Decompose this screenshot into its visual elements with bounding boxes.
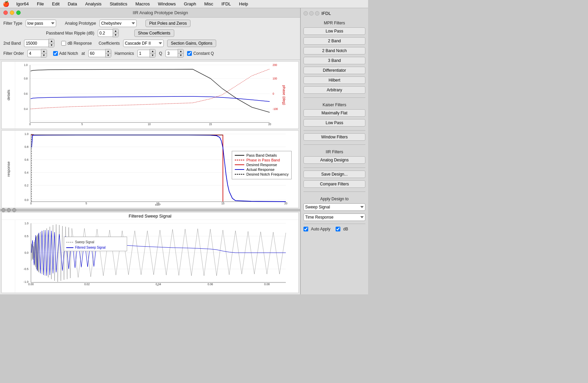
harmonics-down[interactable]: ▼ [150, 53, 155, 57]
mpr-hilbert-button[interactable]: Hilbert [303, 76, 365, 84]
notch-at-input[interactable] [88, 50, 105, 57]
right-panel: IFDL MPR Filters Low Pass 2 Band 2 Band … [300, 8, 368, 294]
rp-close[interactable] [303, 11, 308, 16]
q-up[interactable]: ▲ [178, 49, 183, 53]
filter-order-up[interactable]: ▲ [41, 49, 47, 53]
filter-type-label: Filter Type [3, 21, 22, 26]
filter-order-input[interactable] [27, 50, 41, 57]
svg-text:-0.5: -0.5 [24, 267, 29, 271]
maximize-button[interactable] [16, 10, 21, 15]
harmonics-input[interactable] [137, 50, 150, 57]
plot-poles-button[interactable]: Plot Poles and Zeros [145, 20, 190, 27]
sweep-signal-select[interactable]: Sweep Signal White Noise Impulse [303, 203, 365, 211]
filter-order-stepper[interactable]: ▲ ▼ [41, 49, 47, 58]
add-notch-label: Add Notch [59, 51, 78, 56]
menu-statistics[interactable]: Statistics [108, 1, 129, 7]
svg-text:15: 15 [221, 202, 224, 205]
q-input[interactable] [165, 50, 178, 57]
mpr-filters-label: MPR Filters [303, 21, 365, 25]
menu-windows[interactable]: Windows [157, 1, 177, 7]
passband-ripple-down[interactable]: ▼ [113, 33, 118, 37]
mpr-arbitrary-button[interactable]: Arbitrary [303, 86, 365, 94]
q-down[interactable]: ▼ [178, 53, 183, 57]
notch-at-down[interactable]: ▼ [106, 53, 111, 57]
svg-text:0.02: 0.02 [84, 283, 90, 286]
menu-macros[interactable]: Macros [134, 1, 151, 7]
coefficients-select[interactable]: Cascade DF II Cascade DF I Direct Form I… [123, 40, 164, 47]
menu-data[interactable]: Data [66, 1, 78, 7]
notch-at-label: at [82, 51, 85, 56]
harmonics-stepper[interactable]: ▲ ▼ [150, 49, 156, 58]
mpr-lowpass-button[interactable]: Low Pass [303, 27, 365, 35]
svg-text:5: 5 [81, 122, 83, 126]
apple-menu[interactable]: 🍎 [3, 1, 9, 7]
svg-text:0.06: 0.06 [207, 283, 213, 286]
divider-dot2 [7, 208, 11, 212]
svg-text:10: 10 [148, 122, 151, 126]
svg-text:0.4: 0.4 [24, 107, 28, 111]
auto-apply-checkbox[interactable] [303, 227, 308, 231]
filter-type-select[interactable]: low pass high pass band pass band stop [26, 20, 56, 27]
menu-ifdl[interactable]: IFDL [220, 1, 232, 7]
menu-analysis[interactable]: Analysis [84, 1, 103, 7]
show-coefficients-button[interactable]: Show Coefficients [134, 29, 174, 37]
svg-text:0.0: 0.0 [24, 198, 28, 202]
rp-minimize[interactable] [309, 11, 314, 16]
notch-at-up[interactable]: ▲ [106, 49, 111, 53]
svg-text:Sweep Signal: Sweep Signal [75, 240, 94, 244]
menu-edit[interactable]: Edit [51, 1, 61, 7]
svg-text:0.8: 0.8 [24, 76, 28, 80]
harmonics-up[interactable]: ▲ [150, 49, 155, 53]
menu-file[interactable]: File [36, 1, 45, 7]
q-stepper[interactable]: ▲ ▼ [178, 49, 184, 58]
kaiser-lowpass-button[interactable]: Low Pass [303, 119, 365, 127]
analog-designs-button[interactable]: Analog Designs [303, 156, 365, 164]
svg-text:200: 200 [273, 63, 277, 67]
rp-maximize[interactable] [315, 11, 319, 16]
passband-ripple-input[interactable] [98, 29, 113, 37]
svg-text:0.5: 0.5 [24, 234, 28, 238]
band-2nd-down[interactable]: ▼ [49, 43, 54, 47]
mpr-3band-button[interactable]: 3 Band [303, 57, 365, 64]
db-response-checkbox[interactable] [61, 41, 66, 46]
analog-prototype-select[interactable]: Chebyshev Butterworth Elliptic Bessel [99, 20, 137, 27]
section-gains-button[interactable]: Section Gains, Options [167, 40, 216, 47]
constant-q-label: Constant Q [193, 51, 214, 56]
minimize-button[interactable] [10, 10, 14, 15]
svg-text:1.0: 1.0 [24, 63, 28, 67]
passband-ripple-stepper[interactable]: ▲ ▼ [113, 29, 119, 37]
window-filters-button[interactable]: Window Filters [303, 133, 365, 141]
band-2nd-stepper[interactable]: ▲ ▼ [48, 39, 54, 47]
save-design-button[interactable]: Save Design... [303, 171, 365, 178]
response-chart-ylabel: response [6, 161, 10, 177]
harmonics-label: Harmonics [115, 51, 134, 56]
band-2nd-input[interactable] [24, 40, 48, 47]
svg-text:1.0: 1.0 [24, 132, 28, 136]
kaiser-maxflat-button[interactable]: Maximally Flat [303, 109, 365, 117]
menu-igor64[interactable]: Igor64 [15, 1, 30, 7]
rp-title: IFDL [321, 11, 331, 16]
close-button[interactable] [3, 10, 8, 15]
apply-design-label: Apply Design to [303, 197, 365, 201]
svg-text:x10³: x10³ [155, 203, 160, 206]
add-notch-checkbox[interactable] [53, 51, 58, 56]
time-response-select[interactable]: Time Response Frequency Response [303, 213, 365, 221]
compare-filters-button[interactable]: Compare Filters [303, 180, 365, 188]
svg-text:0.00: 0.00 [28, 283, 33, 286]
legend-actual: Actual Response [246, 167, 274, 172]
menu-help[interactable]: Help [238, 1, 250, 7]
mpr-differentiator-button[interactable]: Differentiator [303, 67, 365, 74]
menu-graph[interactable]: Graph [183, 1, 198, 7]
band-2nd-up[interactable]: ▲ [49, 39, 54, 43]
main-window-titlebar: IIR Analog Prototype Design [0, 8, 300, 18]
menu-misc[interactable]: Misc [203, 1, 215, 7]
filter-order-down[interactable]: ▼ [41, 53, 47, 57]
q-label: Q [159, 51, 162, 56]
db-checkbox[interactable] [336, 227, 340, 231]
mpr-2bandnotch-button[interactable]: 2 Band Notch [303, 47, 365, 54]
mpr-2band-button[interactable]: 2 Band [303, 37, 365, 45]
constant-q-checkbox[interactable] [187, 51, 192, 56]
notch-at-stepper[interactable]: ▲ ▼ [105, 49, 111, 58]
passband-ripple-up[interactable]: ▲ [113, 29, 118, 33]
svg-text:0: 0 [273, 92, 274, 95]
